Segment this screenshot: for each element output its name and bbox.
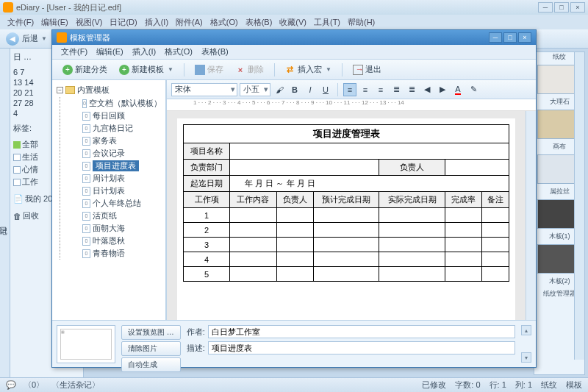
left-tabs: 日记 文档 标签 日历 <box>0 49 10 377</box>
menu-format[interactable]: 格式(O) <box>207 15 241 29</box>
status-line: 行: 1 <box>490 379 506 391</box>
clear-image-button[interactable]: 清除图片 <box>121 341 181 356</box>
align-left-button[interactable]: ≡ <box>343 83 356 96</box>
desc-label: 描述: <box>187 343 205 354</box>
file-icon: 0 <box>82 162 90 171</box>
tree-item[interactable]: 0青春物语 <box>81 247 161 260</box>
modal-titlebar[interactable]: 模板管理器 ─ □ × <box>52 30 536 45</box>
format-toolbar: 宋体 小五 🖌 B I U ≡ ≡ ≡ ≣ ≣ ◀ ▶ A ✎ <box>167 80 536 99</box>
main-menubar: 文件(F) 编辑(E) 视图(V) 日记(D) 插入(I) 附件(A) 格式(O… <box>0 15 588 29</box>
tree-item[interactable]: 0活页纸 <box>81 210 161 222</box>
tree-item[interactable]: 0日计划表 <box>81 185 161 197</box>
modal-menu-table[interactable]: 表格(B) <box>198 45 232 59</box>
file-icon: 0 <box>82 149 90 158</box>
list-number-button[interactable]: ≣ <box>405 83 418 96</box>
file-icon: 0 <box>82 187 90 196</box>
outdent-button[interactable]: ◀ <box>420 83 434 96</box>
tree-item[interactable]: 0九宫格日记 <box>81 122 161 135</box>
texture-scrollbar[interactable] <box>574 52 584 360</box>
tree-item[interactable]: 0个人年终总结 <box>81 197 161 210</box>
tree-item[interactable]: 0面朝大海 <box>81 222 161 235</box>
tree-item[interactable]: 0叶落恩秋 <box>81 235 161 247</box>
delete-button[interactable]: ×删除 <box>231 63 268 76</box>
macro-icon: ⇄ <box>285 65 295 75</box>
menu-attach[interactable]: 附件(A) <box>173 15 206 29</box>
set-preview-button[interactable]: 设置预览图 … <box>121 325 181 340</box>
modal-menu-edit[interactable]: 编辑(E) <box>93 45 126 59</box>
tree-root[interactable]: − 内置模板 <box>57 85 161 96</box>
minimize-button[interactable]: ─ <box>538 2 553 13</box>
back-button[interactable]: ◀ 后退 ▼ <box>6 32 47 46</box>
tree-item[interactable]: 0空文档（默认模板） <box>81 97 161 110</box>
collapse-icon[interactable]: − <box>57 87 63 93</box>
scroll-down-button[interactable]: ▾ <box>521 352 531 363</box>
modal-menu-format[interactable]: 格式(O) <box>162 45 196 59</box>
file-icon: 0 <box>82 124 90 133</box>
save-icon <box>195 65 205 75</box>
delete-icon: × <box>235 65 245 75</box>
preview-thumbnail[interactable]: ▦ <box>57 325 115 363</box>
scroll-up-button[interactable]: ▴ <box>521 325 531 335</box>
font-select[interactable]: 宋体 <box>171 83 237 96</box>
editor-scrollbar[interactable] <box>526 111 536 320</box>
menu-view[interactable]: 视图(V) <box>73 15 106 29</box>
modal-minimize-button[interactable]: ─ <box>489 32 502 43</box>
back-arrow-icon: ◀ <box>6 32 19 46</box>
status-comment-icon[interactable]: 💬 <box>6 380 16 390</box>
exit-button[interactable]: 退出 <box>348 63 386 76</box>
modal-maximize-button[interactable]: □ <box>503 32 517 43</box>
close-button[interactable]: × <box>570 2 585 13</box>
new-template-button[interactable]: +新建模板▼ <box>115 63 178 76</box>
status-category: 〈生活杂记〉 <box>51 379 100 391</box>
desc-input[interactable] <box>208 341 515 354</box>
status-modified: 已修改 <box>422 379 446 391</box>
tree-item[interactable]: 0会议记录 <box>81 147 161 160</box>
file-icon: 0 <box>82 237 90 246</box>
italic-button[interactable]: I <box>304 83 317 96</box>
exit-icon <box>353 65 363 75</box>
tree-item[interactable]: 0每日回顾 <box>81 110 161 122</box>
highlight-button[interactable]: ✎ <box>467 83 480 96</box>
save-button[interactable]: 保存 <box>190 63 228 76</box>
template-manager-dialog: 模板管理器 ─ □ × 文件(F) 编辑(E) 插入(I) 格式(O) 表格(B… <box>51 29 537 368</box>
status-template[interactable]: 模板 <box>566 379 582 391</box>
menu-file[interactable]: 文件(F) <box>4 15 37 29</box>
tree-item[interactable]: 0家务表 <box>81 135 161 147</box>
list-bullet-button[interactable]: ≣ <box>390 83 403 96</box>
insert-macro-button[interactable]: ⇄插入宏▼ <box>281 63 336 76</box>
menu-fav[interactable]: 收藏(V) <box>276 15 309 29</box>
menu-table[interactable]: 表格(B) <box>243 15 276 29</box>
menu-insert[interactable]: 插入(I) <box>142 15 171 29</box>
author-input[interactable] <box>208 325 515 338</box>
menu-tools[interactable]: 工具(T) <box>311 15 343 29</box>
file-icon: 0 <box>82 224 90 233</box>
modal-close-button[interactable]: × <box>518 32 531 43</box>
file-icon: 0 <box>82 137 90 146</box>
tree-item[interactable]: 0周计划表 <box>81 172 161 185</box>
status-paper[interactable]: 纸纹 <box>541 379 557 391</box>
menu-edit[interactable]: 编辑(E) <box>38 15 71 29</box>
align-center-button[interactable]: ≡ <box>359 83 372 96</box>
tree-item[interactable]: 0项目进度表 <box>81 160 161 172</box>
menu-help[interactable]: 帮助(H) <box>345 15 378 29</box>
new-category-button[interactable]: +新建分类 <box>58 63 112 76</box>
maximize-button[interactable]: □ <box>554 2 569 13</box>
font-color-button[interactable]: A <box>451 83 465 96</box>
modal-menu-insert[interactable]: 插入(I) <box>129 45 159 59</box>
template-tree: − 内置模板 0空文档（默认模板）0每日回顾0九宫格日记0家务表0会议记录0项目… <box>52 80 166 320</box>
main-title: eDiary - [User - 我的日记.edf] <box>16 2 121 13</box>
format-painter-icon[interactable]: 🖌 <box>273 83 286 96</box>
modal-menubar: 文件(F) 编辑(E) 插入(I) 格式(O) 表格(B) <box>52 45 536 60</box>
underline-button[interactable]: U <box>319 83 332 96</box>
tab-diary[interactable]: 日记 <box>0 218 10 224</box>
status-chars: 字数: 0 <box>455 379 480 391</box>
bold-button[interactable]: B <box>288 83 301 96</box>
indent-button[interactable]: ▶ <box>436 83 449 96</box>
document-area[interactable]: 项目进度管理表 项目名称 负责部门负责人 起迄日期年 月 日 ～ 年 月 日 工… <box>167 111 526 320</box>
auto-generate-button[interactable]: 自动生成 <box>121 357 181 372</box>
size-select[interactable]: 小五 <box>240 83 270 96</box>
align-right-button[interactable]: ≡ <box>374 83 387 96</box>
modal-menu-file[interactable]: 文件(F) <box>58 45 90 59</box>
menu-diary[interactable]: 日记(D) <box>107 15 140 29</box>
folder-icon <box>65 86 75 94</box>
